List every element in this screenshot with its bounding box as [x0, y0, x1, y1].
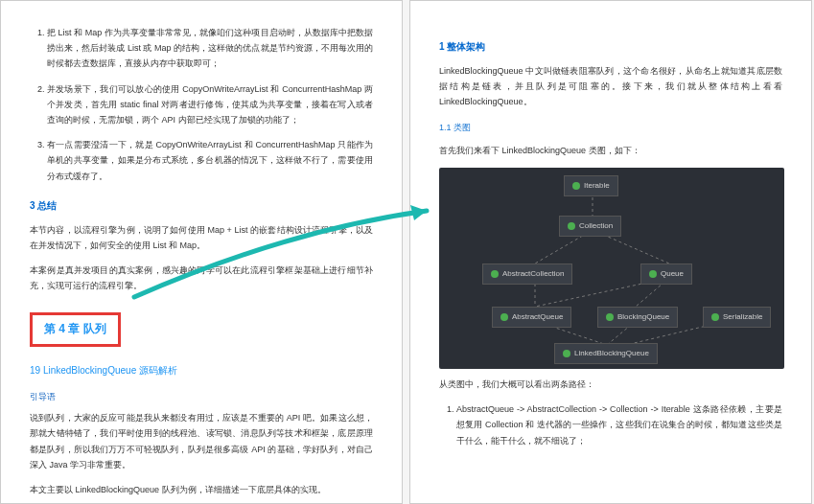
- paragraph: 本案例是真并发项目的真实案例，感兴趣的同学可以在此流程引擎框架基础上进行细节补充…: [30, 263, 373, 293]
- diagram-node-collection: Collection: [559, 216, 621, 237]
- list-item: 把 List 和 Map 作为共享变量非常常见，就像咱们这种项目启动时，从数据库…: [47, 25, 373, 72]
- paragraph: 从类图中，我们大概可以看出两条路径：: [439, 377, 782, 392]
- paragraph: 说到队列，大家的反应可能是我从来都没有用过，应该是不重要的 API 吧。如果这么…: [30, 410, 373, 472]
- paragraph: 本文主要以 LinkedBlockingQueue 队列为例，详细描述一下底层具…: [30, 482, 373, 497]
- numbered-list: 把 List 和 Map 作为共享变量非常常见，就像咱们这种项目启动时，从数据库…: [30, 25, 373, 184]
- paragraph: 本节内容，以流程引擎为例，说明了如何使用 Map + List 的嵌套结构设计流…: [30, 222, 373, 253]
- class-diagram-heading: 1.1 类图: [439, 120, 782, 135]
- chapter-subtitle: 19 LinkedBlockingQueue 源码解析: [30, 362, 373, 379]
- paragraph: 首先我们来看下 LinkedBlockingQueue 类图，如下：: [439, 143, 782, 158]
- left-page: 把 List 和 Map 作为共享变量非常常见，就像咱们这种项目启动时，从数据库…: [0, 0, 403, 504]
- diagram-node-linkedblockingqueue: LinkedBlockingQueue: [554, 343, 658, 364]
- chapter-highlight-box: 第 4 章 队列: [30, 312, 121, 347]
- numbered-list: AbstractQueue -> AbstractCollection -> C…: [439, 401, 782, 448]
- diagram-node-abstractqueue: AbstractQueue: [492, 307, 571, 328]
- class-diagram: Iterable Collection AbstractCollection Q…: [439, 168, 784, 369]
- diagram-node-blockingqueue: BlockingQueue: [597, 307, 678, 328]
- diagram-node-abstractcollection: AbstractCollection: [482, 263, 572, 285]
- right-page: 1 整体架构 LinkedBlockingQueue 中文叫做链表阻塞队列，这个…: [409, 0, 812, 504]
- diagram-node-queue: Queue: [640, 263, 692, 285]
- arch-heading: 1 整体架构: [439, 38, 782, 56]
- list-item: AbstractQueue -> AbstractCollection -> C…: [456, 401, 782, 448]
- chapter-title: 第 4 章 队列: [44, 322, 106, 335]
- summary-heading: 3 总结: [30, 197, 373, 215]
- diagram-node-iterable: Iterable: [564, 175, 618, 196]
- list-item: 有一点需要澄清一下，就是 CopyOnWriteArrayList 和 Conc…: [47, 137, 373, 184]
- intro-heading: 引导语: [30, 389, 373, 404]
- list-item: 并发场景下，我们可以放心的使用 CopyOnWriteArrayList 和 C…: [47, 81, 373, 128]
- paragraph: LinkedBlockingQueue 中文叫做链表阻塞队列，这个命名很好，从命…: [439, 63, 782, 110]
- diagram-node-serializable: Serializable: [703, 307, 771, 328]
